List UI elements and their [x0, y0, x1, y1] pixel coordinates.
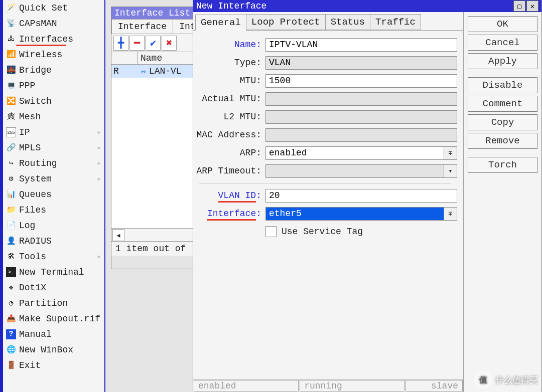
label-name: Name: — [195, 40, 261, 50]
sidebar-icon: ❖ — [6, 283, 16, 293]
interface-select[interactable] — [265, 207, 444, 221]
sidebar-item-exit[interactable]: 🚪Exit — [3, 357, 104, 373]
sidebar-item-files[interactable]: 📁Files — [3, 202, 104, 218]
sidebar-item-radius[interactable]: 👤RADIUS — [3, 233, 104, 249]
sidebar-icon: ↪ — [6, 158, 16, 168]
button-column: OK Cancel Apply Disable Comment Copy Rem… — [464, 12, 541, 392]
sidebar-item-label: Queues — [19, 189, 52, 200]
sidebar-icon: 255 — [6, 127, 16, 137]
sidebar-icon: 🔀 — [6, 96, 16, 106]
sidebar-item-label: Switch — [19, 96, 52, 106]
sidebar-item-routing[interactable]: ↪Routing▹ — [3, 155, 104, 171]
type-input — [265, 56, 457, 70]
cancel-button[interactable]: Cancel — [468, 35, 537, 51]
sidebar-item-label: System — [19, 174, 52, 184]
sidebar-item-label: Partition — [19, 298, 68, 308]
label-vlan-id: VLAN ID: — [195, 190, 261, 201]
sidebar-icon: 📊 — [6, 189, 16, 200]
sidebar-item-manual[interactable]: ?Manual — [3, 326, 104, 342]
tab-status[interactable]: Status — [325, 14, 370, 30]
interface-chevron-icon[interactable]: ∓ — [444, 207, 457, 221]
sidebar: 🪄Quick Set📡CAPsMAN🖧Interfaces📶Wireless🌉B… — [0, 0, 105, 392]
sidebar-item-label: Routing — [19, 158, 57, 168]
sidebar-item-mpls[interactable]: 🔗MPLS▹ — [3, 140, 104, 155]
sidebar-icon: 🕸 — [6, 112, 16, 122]
comment-button[interactable]: Comment — [468, 96, 537, 112]
sidebar-item-new-winbox[interactable]: 🌐New WinBox — [3, 342, 104, 357]
sidebar-item-make-supout-rif[interactable]: 📤Make Supout.rif — [3, 311, 104, 326]
tab-traffic[interactable]: Traffic — [370, 14, 421, 30]
sidebar-item-ip[interactable]: 255IP▹ — [3, 124, 104, 140]
interface-list-title-text: Interface List — [114, 8, 190, 18]
vlan-icon: ⇿ — [141, 66, 146, 77]
label-actual-mtu: Actual MTU: — [195, 94, 261, 104]
mtu-input[interactable] — [265, 74, 457, 88]
mac-input — [265, 128, 457, 142]
sidebar-item-queues[interactable]: 📊Queues — [3, 186, 104, 202]
apply-button[interactable]: Apply — [468, 53, 537, 69]
sidebar-icon: ◔ — [6, 298, 16, 308]
form-area: General Loop Protect Status Traffic Name… — [193, 12, 464, 392]
form-tabs: General Loop Protect Status Traffic — [193, 12, 463, 31]
sidebar-item-partition[interactable]: ◔Partition — [3, 295, 104, 311]
sidebar-item-quick-set[interactable]: 🪄Quick Set — [3, 0, 104, 16]
sidebar-icon: 📶 — [6, 50, 16, 60]
sidebar-item-label: IP — [19, 127, 30, 137]
add-button[interactable]: ╋ — [113, 36, 128, 51]
label-arp-timeout: ARP Timeout: — [195, 166, 261, 176]
label-interface: Interface: — [195, 209, 261, 219]
vlan-id-input[interactable] — [265, 189, 457, 203]
sidebar-item-system[interactable]: ⚙System▹ — [3, 171, 104, 186]
sidebar-item-mesh[interactable]: 🕸Mesh — [3, 109, 104, 124]
new-interface-window: New Interface ▢ ✕ General Loop Protect S… — [193, 0, 541, 392]
sidebar-item-new-terminal[interactable]: >_New Terminal — [3, 264, 104, 280]
maximize-icon[interactable]: ▢ — [513, 1, 525, 12]
remove-button[interactable]: ━ — [129, 36, 145, 51]
enable-button[interactable]: ✔ — [146, 36, 161, 51]
arp-timeout-input[interactable] — [265, 164, 444, 178]
sidebar-item-bridge[interactable]: 🌉Bridge — [3, 62, 104, 78]
arp-select[interactable] — [265, 146, 444, 160]
sidebar-icon: 📡 — [6, 19, 16, 29]
sidebar-item-switch[interactable]: 🔀Switch — [3, 93, 104, 109]
scroll-left-button[interactable]: ◂ — [112, 229, 124, 241]
close-icon[interactable]: ✕ — [526, 1, 538, 12]
arp-chevron-icon[interactable]: ∓ — [444, 146, 457, 160]
label-type: Type: — [195, 58, 261, 68]
sidebar-item-ppp[interactable]: 💻PPP — [3, 78, 104, 93]
label-mtu: MTU: — [195, 76, 261, 86]
sidebar-item-capsman[interactable]: 📡CAPsMAN — [3, 16, 104, 31]
torch-button[interactable]: Torch — [468, 157, 537, 173]
name-input[interactable] — [265, 38, 457, 52]
row-flag: R — [111, 65, 138, 77]
submenu-chevron-icon: ▹ — [97, 159, 101, 167]
sidebar-item-label: CAPsMAN — [19, 19, 57, 29]
sidebar-icon: 👤 — [6, 236, 16, 246]
sidebar-item-interfaces[interactable]: 🖧Interfaces — [3, 31, 104, 47]
sidebar-item-wireless[interactable]: 📶Wireless — [3, 47, 104, 62]
sidebar-item-log[interactable]: 📄Log — [3, 218, 104, 233]
remove-button-dialog[interactable]: Remove — [468, 133, 537, 149]
sidebar-icon: 💻 — [6, 81, 16, 91]
sidebar-item-label: MPLS — [19, 143, 41, 153]
disable-button[interactable]: ✖ — [162, 36, 177, 51]
tab-general[interactable]: General — [195, 15, 246, 31]
sidebar-icon: 🌐 — [6, 345, 16, 355]
workarea: Interface List Interface Inte ╋ ━ ✔ ✖ Na… — [105, 0, 542, 392]
submenu-chevron-icon: ▹ — [97, 252, 101, 261]
arp-timeout-chevron-icon[interactable]: ▾ — [444, 164, 457, 178]
sidebar-item-dot1x[interactable]: ❖Dot1X — [3, 280, 104, 295]
use-service-tag-checkbox[interactable] — [265, 226, 277, 237]
tab-loop-protect[interactable]: Loop Protect — [246, 14, 326, 30]
sidebar-icon: 🚪 — [6, 360, 16, 370]
copy-button[interactable]: Copy — [468, 114, 537, 130]
col-flag[interactable] — [111, 52, 138, 64]
sidebar-item-tools[interactable]: 🛠Tools▹ — [3, 249, 104, 264]
sidebar-item-label: Manual — [19, 329, 52, 339]
sidebar-item-label: PPP — [19, 81, 35, 91]
label-use-service-tag: Use Service Tag — [282, 227, 363, 237]
tab-interface[interactable]: Interface — [111, 19, 173, 34]
ok-button[interactable]: OK — [468, 16, 537, 32]
new-interface-title[interactable]: New Interface ▢ ✕ — [193, 0, 541, 12]
disable-button-dialog[interactable]: Disable — [468, 77, 537, 93]
